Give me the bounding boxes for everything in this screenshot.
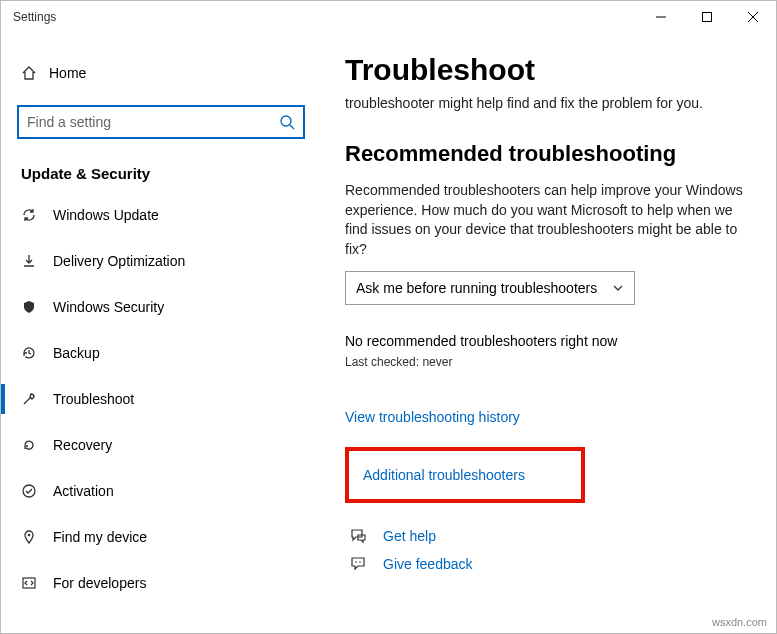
- svg-rect-1: [703, 13, 712, 22]
- sidebar-item-label: Windows Security: [53, 299, 164, 315]
- home-nav[interactable]: Home: [1, 53, 321, 93]
- feedback-icon: [349, 555, 369, 573]
- download-icon: [21, 253, 53, 269]
- get-help-row[interactable]: Get help: [345, 527, 752, 545]
- sidebar-item-activation[interactable]: Activation: [1, 468, 321, 514]
- maximize-button[interactable]: [684, 1, 730, 33]
- code-icon: [21, 575, 53, 591]
- check-circle-icon: [21, 483, 53, 499]
- section-heading: Update & Security: [1, 143, 321, 192]
- select-value: Ask me before running troubleshooters: [356, 280, 597, 296]
- main-content: Troubleshoot troubleshooter might help f…: [321, 33, 776, 633]
- svg-point-7: [28, 534, 31, 537]
- svg-line-5: [290, 125, 294, 129]
- wrench-icon: [21, 391, 53, 407]
- svg-point-10: [359, 562, 361, 564]
- svg-point-4: [281, 116, 291, 126]
- home-label: Home: [49, 65, 86, 81]
- home-icon: [21, 65, 49, 81]
- sidebar-item-label: For developers: [53, 575, 146, 591]
- sidebar-item-recovery[interactable]: Recovery: [1, 422, 321, 468]
- location-icon: [21, 529, 53, 545]
- view-history-link[interactable]: View troubleshooting history: [345, 409, 520, 425]
- sidebar-item-for-developers[interactable]: For developers: [1, 560, 321, 606]
- last-checked-text: Last checked: never: [345, 355, 752, 369]
- svg-point-9: [355, 562, 357, 564]
- sidebar-item-label: Troubleshoot: [53, 391, 134, 407]
- sidebar-item-label: Recovery: [53, 437, 112, 453]
- sidebar-item-delivery-optimization[interactable]: Delivery Optimization: [1, 238, 321, 284]
- recovery-icon: [21, 437, 53, 453]
- chat-icon: [349, 527, 369, 545]
- svg-point-6: [23, 485, 35, 497]
- sidebar-item-windows-update[interactable]: Windows Update: [1, 192, 321, 238]
- intro-text: troubleshooter might help find and fix t…: [345, 95, 752, 111]
- sidebar: Home Update & Security Windows Update: [1, 33, 321, 633]
- additional-troubleshooters-link[interactable]: Additional troubleshooters: [363, 467, 525, 483]
- sidebar-item-windows-security[interactable]: Windows Security: [1, 284, 321, 330]
- give-feedback-link[interactable]: Give feedback: [383, 556, 473, 572]
- give-feedback-row[interactable]: Give feedback: [345, 555, 752, 573]
- recommended-body: Recommended troubleshooters can help imp…: [345, 181, 752, 259]
- search-input[interactable]: [17, 105, 305, 139]
- additional-troubleshooters-highlight: Additional troubleshooters: [345, 447, 585, 503]
- page-title: Troubleshoot: [345, 53, 752, 87]
- troubleshoot-preference-select[interactable]: Ask me before running troubleshooters: [345, 271, 635, 305]
- window-title: Settings: [13, 10, 56, 24]
- get-help-link[interactable]: Get help: [383, 528, 436, 544]
- sidebar-item-label: Delivery Optimization: [53, 253, 185, 269]
- no-recommended-text: No recommended troubleshooters right now: [345, 333, 752, 349]
- minimize-button[interactable]: [638, 1, 684, 33]
- recommended-heading: Recommended troubleshooting: [345, 141, 752, 167]
- sidebar-item-label: Backup: [53, 345, 100, 361]
- sync-icon: [21, 207, 53, 223]
- sidebar-item-label: Activation: [53, 483, 114, 499]
- shield-icon: [21, 299, 53, 315]
- titlebar: Settings: [1, 1, 776, 33]
- search-icon: [279, 114, 295, 130]
- sidebar-item-label: Windows Update: [53, 207, 159, 223]
- sidebar-item-backup[interactable]: Backup: [1, 330, 321, 376]
- watermark: wsxdn.com: [712, 616, 767, 628]
- search-field[interactable]: [27, 114, 279, 130]
- chevron-down-icon: [612, 282, 624, 294]
- sidebar-item-find-my-device[interactable]: Find my device: [1, 514, 321, 560]
- sidebar-item-label: Find my device: [53, 529, 147, 545]
- sidebar-item-troubleshoot[interactable]: Troubleshoot: [1, 376, 321, 422]
- history-icon: [21, 345, 53, 361]
- close-button[interactable]: [730, 1, 776, 33]
